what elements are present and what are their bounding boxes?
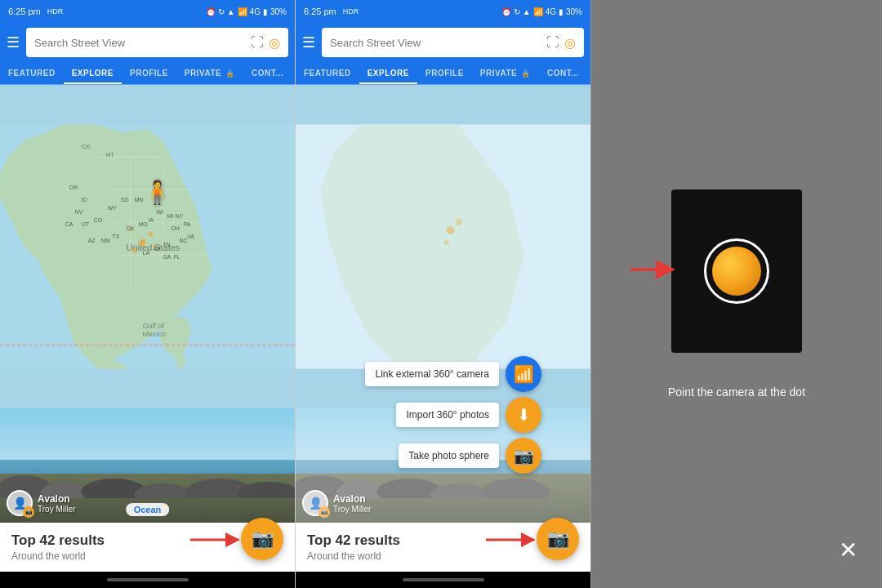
svg-text:NM: NM (101, 238, 110, 243)
calibration-dot (712, 247, 761, 296)
svg-text:GA: GA (163, 254, 171, 260)
nav-tabs-mid: FEATURED EXPLORE PROFILE PRIVATE 🔒 CONT.… (296, 62, 590, 85)
lock-icon-left: 🔒 (225, 69, 235, 78)
pano-name: Avalon (38, 493, 75, 505)
search-bar-left: ☰ ⛶ ◎ (0, 23, 295, 62)
svg-text:WY: WY (108, 205, 118, 211)
person-icon-left[interactable]: ◎ (269, 35, 280, 51)
svg-text:OR: OR (69, 185, 78, 190)
tab-explore-mid[interactable]: EXPLORE (359, 62, 417, 84)
svg-text:NY: NY (175, 213, 183, 219)
bottom-section-left: Top 42 results Around the world 📷 (0, 523, 295, 572)
wifi-icon-mid: ▲ (523, 7, 531, 16)
status-bar-mid: 6:25 pm HDR ⏰ ↻ ▲ 📶 4G ▮ 30% (296, 0, 590, 23)
status-right-left: ⏰ ↻ ▲ 📶 4G ▮ 30% (206, 7, 287, 16)
pano-author: Troy Miller (38, 505, 75, 514)
tab-private-left[interactable]: PRIVATE 🔒 (176, 62, 243, 84)
ocean-badge: Ocean (126, 503, 170, 516)
camera-fab-mid[interactable]: 📷 (537, 518, 579, 560)
home-bar-left (107, 578, 189, 581)
svg-text:OH: OH (171, 225, 179, 231)
battery-icon: ▮ (263, 7, 268, 16)
svg-point-11 (148, 232, 153, 237)
search-icons-left: ⛶ ◎ (251, 35, 280, 51)
status-left-mid: 6:25 pm HDR (304, 7, 359, 16)
photo-sphere-btn[interactable]: 📷 (506, 438, 541, 474)
import-photos-label[interactable]: Import 360° photos (396, 403, 499, 427)
svg-text:CA: CA (65, 221, 74, 227)
svg-text:MT: MT (106, 152, 115, 158)
tab-profile-mid[interactable]: PROFILE (417, 62, 472, 84)
wifi-btn-icon: 📶 (514, 364, 534, 384)
right-panel: Point the camera at the dot ✕ (591, 0, 882, 588)
alarm-icon: ⏰ (206, 7, 216, 16)
camera-viewfinder (671, 189, 802, 353)
sync-icon-mid: ↻ (514, 7, 520, 16)
svg-text:PA: PA (183, 221, 190, 227)
home-indicator-left (0, 572, 295, 588)
status-left: 6:25 pm HDR (8, 7, 63, 16)
tab-contribute-left[interactable]: CONT... (243, 62, 292, 84)
svg-text:CK: CK (82, 143, 91, 150)
svg-text:ID: ID (82, 197, 87, 203)
camera-sphere-icon: 📷 (514, 446, 534, 466)
avatar-wrap: 👤 📷 (7, 490, 33, 516)
hamburger-icon-mid[interactable]: ☰ (302, 33, 315, 51)
person-icon-mid[interactable]: ◎ (564, 35, 576, 51)
svg-point-54 (455, 219, 461, 225)
pano-author-mid: Troy Miller (333, 505, 371, 514)
time-mid: 6:25 pm (304, 7, 336, 16)
home-indicator-mid (296, 572, 590, 588)
hdr-icon-mid: HDR (343, 7, 359, 16)
svg-text:VA: VA (187, 234, 194, 239)
network-4g-mid: 4G (546, 7, 556, 16)
svg-text:TN: TN (163, 242, 170, 247)
search-input-left[interactable] (34, 37, 244, 49)
wifi-icon: ▲ (227, 7, 235, 16)
status-bar-left: 6:25 pm HDR ⏰ ↻ ▲ 📶 4G ▮ 30% (0, 0, 295, 23)
hamburger-icon-left[interactable]: ☰ (7, 33, 20, 51)
tab-featured-left[interactable]: FEATURED (0, 62, 64, 84)
search-wrap-left: ⛶ ◎ (26, 28, 288, 57)
signal-icon-mid: 📶 (533, 7, 543, 16)
status-right-mid: ⏰ ↻ ▲ 📶 4G ▮ 30% (501, 7, 582, 16)
svg-text:MN: MN (135, 197, 144, 203)
search-bar-mid: ☰ ⛶ ◎ (296, 23, 590, 62)
tab-private-mid[interactable]: PRIVATE 🔒 (472, 62, 539, 84)
avatar-wrap-mid: 👤 📷 (302, 490, 328, 516)
pegman-icon[interactable]: 🧍 (143, 179, 172, 206)
popup-menu: Link external 360° camera 📶 Import 360° … (365, 356, 541, 474)
pano-overlay-mid: 👤 📷 Avalon Troy Miller (302, 490, 371, 516)
hdr-icon: HDR (47, 7, 64, 16)
pano-overlay: 👤 📷 Avalon Troy Miller (7, 490, 75, 516)
network-4g: 4G (250, 7, 261, 16)
close-button[interactable]: ✕ (839, 537, 858, 564)
mid-phone-panel: 6:25 pm HDR ⏰ ↻ ▲ 📶 4G ▮ 30% ☰ ⛶ ◎ FEATU… (296, 0, 591, 588)
pano-info-mid: Avalon Troy Miller (333, 493, 371, 514)
time-left: 6:25 pm (8, 7, 41, 16)
svg-point-12 (132, 248, 137, 253)
tab-contribute-mid[interactable]: CONT... (539, 62, 587, 84)
download-btn-icon: ⬇ (517, 405, 531, 425)
map-svg-left: United States Gulf of Mexico OR ID NV UT… (0, 85, 295, 408)
svg-text:AZ: AZ (88, 238, 96, 243)
menu-item-link: Link external 360° camera 📶 (365, 356, 541, 392)
bottom-section-mid: Top 42 results Around the world 📷 (296, 523, 590, 572)
arrow-icon-mid (486, 528, 535, 552)
tab-explore-left[interactable]: EXPLORE (64, 62, 122, 84)
alarm-icon-mid: ⏰ (501, 7, 511, 16)
expand-icon-mid[interactable]: ⛶ (546, 35, 559, 50)
expand-icon-left[interactable]: ⛶ (251, 35, 264, 50)
link-camera-label[interactable]: Link external 360° camera (365, 362, 499, 386)
tab-featured-mid[interactable]: FEATURED (296, 62, 359, 84)
tab-profile-left[interactable]: PROFILE (122, 62, 176, 84)
search-input-mid[interactable] (330, 37, 540, 49)
map-area-left[interactable]: United States Gulf of Mexico OR ID NV UT… (0, 85, 295, 408)
instruction-text: Point the camera at the dot (668, 385, 805, 399)
import-btn[interactable]: ⬇ (506, 397, 541, 433)
link-camera-btn[interactable]: 📶 (506, 356, 541, 392)
camera-icon-fab-mid: 📷 (547, 528, 569, 550)
camera-fab-left[interactable]: 📷 (241, 518, 283, 560)
panorama-preview-left[interactable]: 👤 📷 Avalon Troy Miller Ocean (0, 408, 295, 523)
photo-sphere-label[interactable]: Take photo sphere (399, 443, 499, 468)
